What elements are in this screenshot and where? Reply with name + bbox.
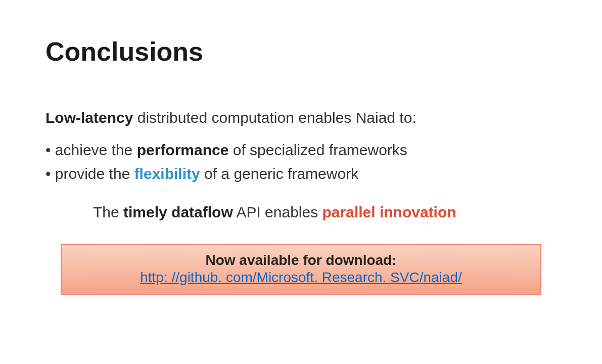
bullet-post: of a generic framework (200, 165, 358, 182)
slide-title: Conclusions (45, 36, 557, 67)
statement-bold: timely dataflow (123, 204, 233, 220)
download-label: Now available for download: (72, 252, 530, 268)
download-box: Now available for download: http: //gith… (61, 244, 541, 295)
slide: Conclusions Low-latency distributed comp… (0, 0, 602, 364)
intro-rest: distributed computation enables Naiad to… (133, 109, 416, 126)
bullet-post: of specialized frameworks (228, 142, 407, 158)
statement-pre: The (93, 204, 123, 220)
intro-line: Low-latency distributed computation enab… (45, 109, 557, 126)
statement-mid: API enables (233, 204, 322, 220)
statement-accent: parallel innovation (322, 204, 456, 220)
bullet-list: achieve the performance of specialized f… (45, 139, 557, 186)
bullet-strong: performance (137, 142, 229, 158)
list-item: achieve the performance of specialized f… (45, 139, 557, 162)
download-link[interactable]: http: //github. com/Microsoft. Research.… (140, 269, 462, 285)
bullet-pre: achieve the (55, 142, 137, 158)
bullet-accent: flexibility (134, 165, 200, 182)
intro-bold: Low-latency (45, 109, 133, 126)
bullet-pre: provide the (55, 165, 134, 182)
list-item: provide the flexibility of a generic fra… (45, 162, 557, 186)
statement-line: The timely dataflow API enables parallel… (93, 204, 557, 221)
